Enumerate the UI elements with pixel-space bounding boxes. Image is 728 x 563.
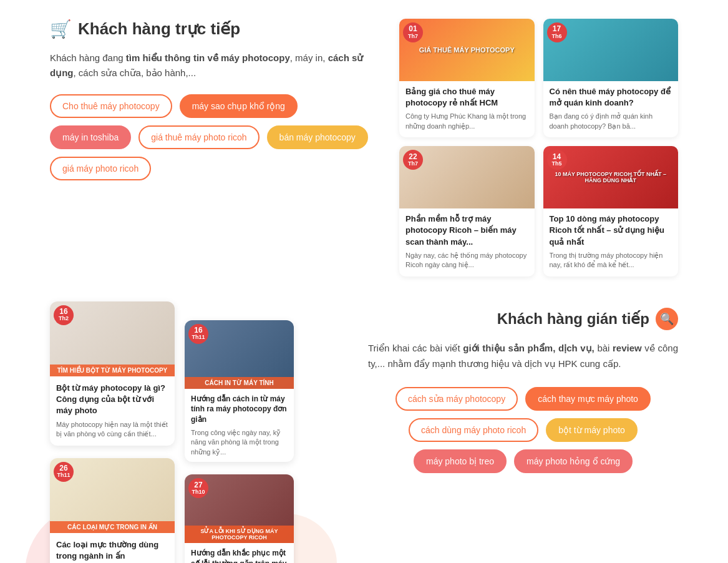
indirect-tag-bi-treo[interactable]: máy photo bị treo	[414, 449, 507, 473]
left-card-1-img-label: TÌM HIỂU BỘT TỪ MÁY PHOTOCOPY	[50, 365, 175, 376]
article-2-title: Có nên thuê máy photocopy để mở quán kin…	[550, 86, 672, 109]
article-4-date: 14 Th5	[547, 150, 567, 170]
article-1-title: Bảng giá cho thuê máy photocopy rẻ nhất …	[405, 86, 528, 109]
article-card-3[interactable]: 22 Th7 Phần mềm hỗ trợ máy photocopy Ric…	[399, 146, 535, 276]
indirect-tag-sua[interactable]: cách sửa máy photocopy	[396, 387, 518, 411]
left-card-2-img-label: CÁC LOẠI MỰC TRONG IN ẤN	[50, 521, 175, 533]
left-card-2[interactable]: CÁC LOẠI MỰC TRONG IN ẤN 26 Th11 Các loạ…	[50, 458, 175, 563]
article-card-2[interactable]: 17 Th6 Có nên thuê máy photocopy để mở q…	[543, 19, 679, 137]
direct-section-title: 🛒 Khách hàng trực tiếp	[50, 19, 374, 39]
article-2-date: 17 Th6	[547, 22, 567, 42]
middle-card-1-img-label: CÁCH IN TỪ MÁY TÍNH	[185, 377, 294, 389]
middle-card-2-title: Hướng dẫn khắc phục một số lỗi thường gặ…	[191, 548, 288, 563]
middle-card-1-title: Hướng dẫn cách in từ máy tính ra máy pho…	[191, 394, 288, 425]
article-card-1[interactable]: GIÁ THUÊ MÁY PHOTOCOPY 01 Th7 Bảng giá c…	[399, 19, 535, 137]
bottom-left-cards: TÌM HIỂU BỘT TỪ MÁY PHOTOCOPY 16 Th2 Bột…	[50, 301, 349, 564]
indirect-tag-bot-tu[interactable]: bột từ máy photo	[546, 418, 638, 442]
indirect-section: Khách hàng gián tiếp 🔍 Triển khai các bà…	[368, 301, 678, 473]
left-card-2-title: Các loại mực thường dùng trong ngành in …	[56, 539, 168, 562]
indirect-tags-container: cách sửa máy photocopy cách thay mực máy…	[368, 387, 678, 473]
left-card-1-title: Bột từ máy photocopy là gì? Công dụng củ…	[56, 383, 168, 417]
indirect-tag-dung-may[interactable]: cách dùng máy photo ricoh	[409, 418, 538, 442]
indirect-tag-hong-o-cung[interactable]: máy photo hỏng ổ cứng	[514, 449, 633, 473]
tag-cho-thue[interactable]: Cho thuê máy photocopy	[50, 94, 172, 118]
article-1-date: 01 Th7	[403, 22, 423, 42]
middle-card-1-date: 16 Th11	[188, 324, 208, 344]
tag-may-sao-chup[interactable]: máy sao chụp khổ rộng	[180, 94, 298, 118]
direct-description: Khách hàng đang tìm hiểu thông tin về má…	[50, 51, 374, 81]
middle-card-2-img-label: SỬA LỖI KHI SỬ DỤNG MÁY PHOTOCOPY RICOH	[185, 526, 294, 543]
tag-ban-may[interactable]: bán máy photocopy	[267, 125, 368, 149]
tag-may-in-toshiba[interactable]: máy in toshiba	[50, 125, 131, 149]
indirect-tag-thay-muc[interactable]: cách thay mực máy photo	[525, 387, 651, 411]
indirect-description: Triển khai các bài viết giới thiệu sản p…	[368, 340, 678, 372]
article-2-excerpt: Bạn đang có ý định mở quán kinh doanh ph…	[550, 112, 672, 131]
cart-icon: 🛒	[50, 19, 72, 39]
article-1-excerpt: Công ty Hưng Phúc Khang là một trong nhữ…	[405, 112, 528, 131]
article-3-excerpt: Ngày nay, các hệ thống máy photocopy Ric…	[405, 251, 528, 270]
left-card-2-date: 26 Th11	[54, 462, 74, 482]
article-3-title: Phần mềm hỗ trợ máy photocopy Ricoh – bi…	[405, 213, 528, 248]
right-articles-grid: GIÁ THUÊ MÁY PHOTOCOPY 01 Th7 Bảng giá c…	[399, 19, 678, 277]
article-4-img-label: 10 MÁY PHOTOCOPY RICOH TỐT NHẤT – HÃNG D…	[543, 167, 679, 187]
tag-gia-may-photo[interactable]: giá máy photo ricoh	[50, 157, 151, 180]
indirect-title: Khách hàng gián tiếp	[497, 310, 649, 328]
tag-gia-thue[interactable]: giá thuê máy photo ricoh	[138, 125, 259, 149]
article-3-date: 22 Th7	[403, 150, 423, 170]
middle-card-2[interactable]: SỬA LỖI KHI SỬ DỤNG MÁY PHOTOCOPY RICOH …	[185, 474, 294, 563]
article-card-4[interactable]: 10 MÁY PHOTOCOPY RICOH TỐT NHẤT – HÃNG D…	[543, 146, 679, 276]
direct-tags-container: Cho thuê máy photocopy máy sao chụp khổ …	[50, 94, 374, 180]
article-4-excerpt: Trong thị trường máy photocopy hiện nay,…	[550, 251, 672, 270]
middle-card-2-date: 27 Th10	[188, 478, 208, 498]
left-card-1-date: 16 Th2	[54, 305, 74, 325]
article-4-title: Top 10 dòng máy photocopy Ricoh tốt nhất…	[550, 213, 672, 248]
left-card-1-excerpt: Máy photocopy hiện nay là một thiết bị v…	[56, 420, 168, 439]
left-card-1[interactable]: TÌM HIỂU BỘT TỪ MÁY PHOTOCOPY 16 Th2 Bột…	[50, 301, 175, 446]
middle-card-1-excerpt: Trong công việc ngày nay, kỹ năng văn ph…	[191, 428, 288, 457]
search-icon: 🔍	[656, 308, 678, 330]
middle-card-1[interactable]: CÁCH IN TỪ MÁY TÍNH 16 Th11 Hướng dẫn cá…	[185, 320, 294, 463]
article-1-img-label: GIÁ THUÊ MÁY PHOTOCOPY	[417, 44, 517, 56]
